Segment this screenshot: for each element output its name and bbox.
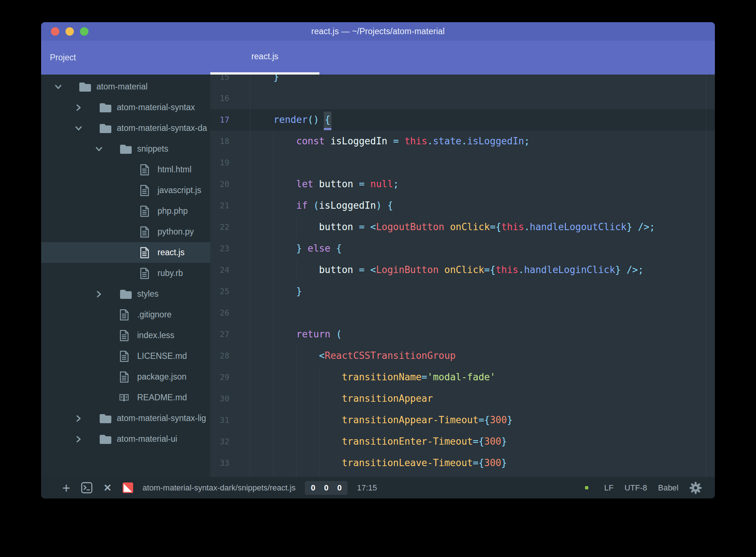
file-path[interactable]: atom-material-syntax-dark/snippets/react…: [143, 483, 296, 493]
chevron-right-icon[interactable]: [75, 414, 83, 422]
code-line[interactable]: 26: [210, 302, 715, 324]
tree-item-label: php.php: [158, 206, 188, 216]
line-number[interactable]: 31: [210, 409, 250, 431]
main-area: atom-materialatom-material-syntaxatom-ma…: [41, 75, 715, 477]
code-line[interactable]: 20 let button = null;: [210, 173, 715, 195]
tree-item-atom-material-syntax-lig[interactable]: atom-material-syntax-lig: [41, 408, 210, 429]
line-number[interactable]: 29: [210, 366, 250, 388]
tree-item-label: atom-material-ui: [117, 434, 177, 444]
line-number[interactable]: 26: [210, 302, 250, 324]
code-line[interactable]: 30 transitionAppear: [210, 388, 715, 409]
tree-item-styles[interactable]: styles: [41, 284, 210, 304]
code-line[interactable]: 24 button = <LoginButton onClick={this.h…: [210, 259, 715, 281]
code-line[interactable]: 17 render() {: [210, 109, 715, 131]
line-number[interactable]: 17: [210, 109, 250, 131]
zoom-window-button[interactable]: [80, 27, 88, 36]
line-number[interactable]: 30: [210, 388, 250, 409]
tree-item-snippets[interactable]: snippets: [41, 139, 210, 159]
code-line[interactable]: 28 <ReactCSSTransitionGroup: [210, 345, 715, 366]
tree-item-javascript-js[interactable]: javascript.js: [41, 180, 210, 201]
line-number[interactable]: 33: [210, 452, 250, 474]
line-number[interactable]: 32: [210, 431, 250, 452]
tree-item-atom-material-ui[interactable]: atom-material-ui: [41, 429, 210, 449]
grammar-selector[interactable]: Babel: [658, 483, 679, 493]
add-project-icon[interactable]: +: [62, 482, 70, 493]
line-number[interactable]: 22: [210, 216, 250, 238]
line-number[interactable]: 25: [210, 281, 250, 302]
tree-item-label: package.json: [137, 372, 187, 382]
file-icon: [139, 268, 150, 279]
tree-item-react-js[interactable]: react.js: [41, 242, 210, 263]
line-number[interactable]: 34: [210, 474, 250, 477]
tree-item-php-php[interactable]: php.php: [41, 201, 210, 221]
line-number[interactable]: 16: [210, 88, 250, 109]
tree-item-index-less[interactable]: index.less: [41, 325, 210, 346]
tree-item-atom-material[interactable]: atom-material: [41, 76, 210, 97]
code-line[interactable]: 27 return (: [210, 324, 715, 345]
tree-item-label: python.py: [158, 227, 194, 237]
terminal-icon[interactable]: [81, 482, 92, 493]
tree-item-readme-md[interactable]: README.md: [41, 387, 210, 408]
code-line[interactable]: 31 transitionAppear-Timeout={300}: [210, 409, 715, 431]
encoding-selector[interactable]: UTF-8: [624, 483, 647, 493]
line-number[interactable]: 21: [210, 195, 250, 216]
material-logo-icon[interactable]: [123, 482, 133, 493]
chevron-right-icon[interactable]: [75, 104, 83, 112]
gear-icon[interactable]: [689, 482, 702, 494]
line-number[interactable]: 23: [210, 238, 250, 259]
chevron-down-icon[interactable]: [75, 124, 83, 132]
code-line-text: button = <LoginButton onClick={this.hand…: [250, 259, 644, 281]
file-icon: [139, 247, 150, 259]
code-line[interactable]: 32 transitionEnter-Timeout={300}: [210, 431, 715, 452]
code-line-text: [250, 88, 251, 109]
tree-item-label: atom-material-syntax: [117, 103, 195, 112]
chevron-down-icon[interactable]: [95, 145, 103, 153]
tree-item-ruby-rb[interactable]: ruby.rb: [41, 263, 210, 284]
code-line[interactable]: 19: [210, 152, 715, 173]
chevron-down-icon[interactable]: [54, 83, 62, 91]
line-ending-selector[interactable]: LF: [604, 483, 614, 493]
git-status-badge[interactable]: 0 0 0: [305, 481, 347, 495]
minimize-window-button[interactable]: [65, 27, 74, 36]
code-editor[interactable]: 15 }1617 render() {18 const isLoggedIn =…: [210, 75, 715, 477]
line-number[interactable]: 20: [210, 173, 250, 195]
code-line[interactable]: 21 if (isLoggedIn) {: [210, 195, 715, 216]
code-line[interactable]: 25 }: [210, 281, 715, 302]
chevron-right-icon[interactable]: [95, 290, 103, 298]
tree-item-label: react.js: [158, 248, 184, 257]
close-window-button[interactable]: [51, 27, 59, 36]
close-icon[interactable]: ✕: [103, 482, 112, 494]
tree-item-label: atom-material-syntax-da: [117, 123, 207, 133]
line-number[interactable]: 15: [210, 75, 250, 88]
tree-item-python-py[interactable]: python.py: [41, 221, 210, 242]
tree-item--gitignore[interactable]: .gitignore: [41, 304, 210, 325]
folder-icon: [99, 433, 112, 445]
line-number[interactable]: 19: [210, 152, 250, 173]
code-line[interactable]: 22 button = <LogoutButton onClick={this.…: [210, 216, 715, 238]
tab-react-js[interactable]: react.js: [210, 41, 319, 75]
code-line[interactable]: 18 const isLoggedIn = this.state.isLogge…: [210, 131, 715, 152]
tree-item-package-json[interactable]: package.json: [41, 366, 210, 387]
code-line[interactable]: 15 }: [210, 75, 715, 88]
line-number[interactable]: 24: [210, 259, 250, 281]
tree-item-atom-material-syntax[interactable]: atom-material-syntax: [41, 97, 210, 118]
tree-item-license-md[interactable]: LICENSE.md: [41, 346, 210, 366]
line-number[interactable]: 28: [210, 345, 250, 366]
chevron-right-icon[interactable]: [75, 435, 83, 443]
file-icon: [139, 205, 150, 217]
git-count: 0: [311, 483, 315, 493]
code-line[interactable]: 16: [210, 88, 715, 109]
tree-item-atom-material-syntax-da[interactable]: atom-material-syntax-da: [41, 118, 210, 139]
wrap-guide: [706, 75, 707, 477]
line-number[interactable]: 27: [210, 324, 250, 345]
code-line-text: [250, 302, 251, 324]
code-line[interactable]: 29 transitionName='modal-fade': [210, 366, 715, 388]
code-line[interactable]: 23 } else {: [210, 238, 715, 259]
code-line[interactable]: 34 >: [210, 474, 715, 477]
line-number[interactable]: 18: [210, 131, 250, 152]
tree-item-html-html[interactable]: html.html: [41, 159, 210, 180]
cursor-position[interactable]: 17:15: [357, 483, 377, 493]
file-icon: [119, 371, 129, 383]
tree-item-label: html.html: [158, 165, 191, 175]
code-line[interactable]: 33 transitionLeave-Timeout={300}: [210, 452, 715, 474]
